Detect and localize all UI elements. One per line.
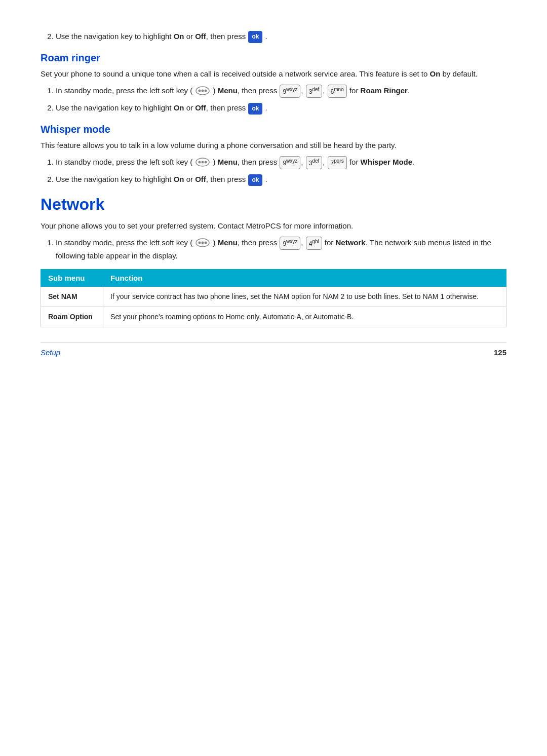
- svg-point-3: [205, 89, 207, 92]
- key-7pqrs-1: 7pqrs: [328, 156, 347, 169]
- network-table: Sub menu Function Set NAM If your servic…: [41, 269, 506, 327]
- softkey-icon-3: [196, 238, 210, 247]
- table-cell-function-0: If your service contract has two phone l…: [103, 287, 506, 307]
- svg-point-1: [199, 89, 201, 92]
- whisper-mode-step2: Use the navigation key to highlight On o…: [56, 173, 506, 186]
- network-section: Network Your phone allows you to set you…: [41, 195, 506, 327]
- svg-point-9: [199, 242, 201, 244]
- whisper-mode-step1-text: In standby mode, press the left soft key…: [56, 158, 414, 166]
- roam-ringer-steps: In standby mode, press the left soft key…: [56, 85, 506, 115]
- table-cell-function-1: Set your phone's roaming options to Home…: [103, 307, 506, 327]
- key-6mno-1: 6mno: [328, 85, 347, 98]
- softkey-icon-1: [196, 86, 210, 95]
- roam-ringer-section: Roam ringer Set your phone to sound a un…: [41, 52, 506, 115]
- svg-point-7: [205, 161, 207, 164]
- intro-step2-item: Use the navigation key to highlight On o…: [56, 30, 506, 43]
- footer-setup-label: Setup: [41, 348, 60, 357]
- roam-ringer-description: Set your phone to sound a unique tone wh…: [41, 68, 506, 80]
- ok-key-whisper: ok: [248, 174, 262, 186]
- table-header-function: Function: [103, 270, 506, 287]
- whisper-mode-heading: Whisper mode: [41, 124, 506, 135]
- key-9wxyz-3: 9wxyz: [280, 237, 300, 250]
- roam-ringer-step1: In standby mode, press the left soft key…: [56, 85, 506, 98]
- svg-point-2: [202, 89, 204, 92]
- table-header-row: Sub menu Function: [41, 270, 506, 287]
- table-cell-submenu-0: Set NAM: [41, 287, 103, 307]
- table-row: Roam Option Set your phone's roaming opt…: [41, 307, 506, 327]
- intro-step2-period: .: [265, 32, 267, 41]
- roam-ringer-step2: Use the navigation key to highlight On o…: [56, 102, 506, 115]
- svg-point-10: [202, 242, 204, 244]
- footer: Setup 125: [41, 343, 506, 357]
- whisper-mode-section: Whisper mode This feature allows you to …: [41, 124, 506, 186]
- network-steps: In standby mode, press the left soft key…: [56, 237, 506, 262]
- table-row: Set NAM If your service contract has two…: [41, 287, 506, 307]
- network-step1-text: In standby mode, press the left soft key…: [56, 238, 491, 260]
- network-description: Your phone allows you to set your prefer…: [41, 220, 506, 232]
- intro-step2: Use the navigation key to highlight On o…: [41, 30, 506, 43]
- network-step1: In standby mode, press the left soft key…: [56, 237, 506, 262]
- svg-point-5: [199, 161, 201, 164]
- whisper-mode-description: This feature allows you to talk in a low…: [41, 139, 506, 151]
- svg-point-11: [205, 242, 207, 244]
- ok-key-roam: ok: [248, 103, 262, 115]
- ok-key-intro: ok: [248, 31, 262, 43]
- whisper-mode-step2-text: Use the navigation key to highlight On o…: [56, 175, 248, 183]
- roam-ringer-step1-text: In standby mode, press the left soft key…: [56, 86, 410, 95]
- whisper-mode-step1: In standby mode, press the left soft key…: [56, 156, 506, 169]
- whisper-mode-steps: In standby mode, press the left soft key…: [56, 156, 506, 186]
- key-9wxyz-1: 9wxyz: [280, 85, 300, 98]
- softkey-icon-2: [196, 158, 210, 167]
- table-header-submenu: Sub menu: [41, 270, 103, 287]
- key-4ghi-1: 4ghi: [306, 237, 322, 250]
- table-cell-submenu-1: Roam Option: [41, 307, 103, 327]
- key-3def-1: 3def: [306, 85, 323, 98]
- network-heading: Network: [41, 195, 506, 214]
- key-3def-2: 3def: [306, 156, 323, 169]
- table-body: Set NAM If your service contract has two…: [41, 287, 506, 327]
- roam-ringer-heading: Roam ringer: [41, 52, 506, 64]
- key-9wxyz-2: 9wxyz: [280, 156, 300, 169]
- roam-ringer-step2-text: Use the navigation key to highlight On o…: [56, 103, 248, 112]
- intro-step2-text: Use the navigation key to highlight On o…: [56, 32, 248, 41]
- footer-page-number: 125: [494, 348, 506, 357]
- svg-point-6: [202, 161, 204, 164]
